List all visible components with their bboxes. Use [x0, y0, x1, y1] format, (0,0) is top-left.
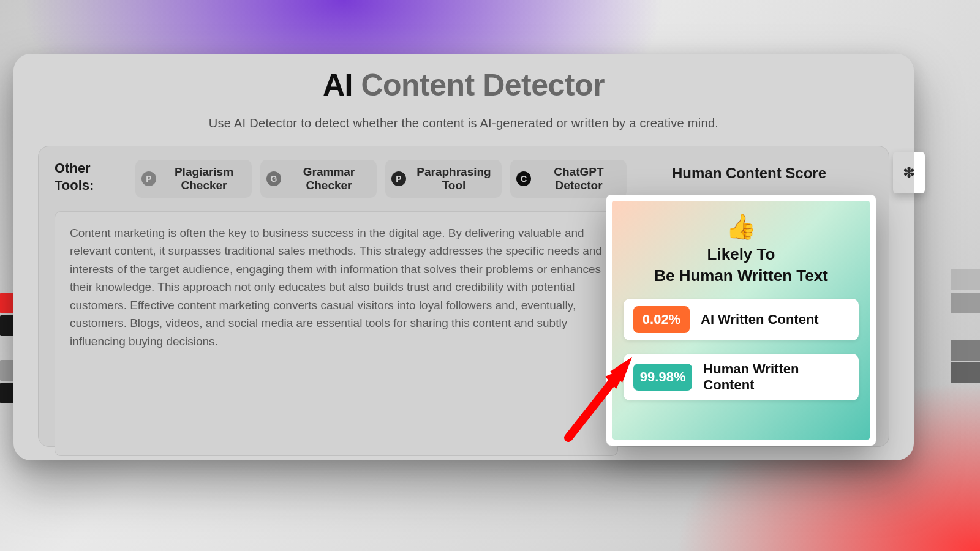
- tool-label-text: ChatGPT Detector: [537, 165, 620, 192]
- ai-score-percent: 0.02%: [633, 306, 690, 333]
- page-subtitle: Use AI Detector to detect whether the co…: [13, 116, 914, 130]
- content-input-text: Content marketing is often the key to bu…: [70, 227, 602, 348]
- human-score-row: 99.98% Human Written Content: [624, 354, 859, 400]
- bg-stripe: [951, 340, 980, 361]
- tool-label-text: Grammar Checker: [287, 165, 371, 192]
- result-card-inner: 👍 Likely To Be Human Written Text 0.02% …: [612, 201, 870, 440]
- tool-paraphrasing[interactable]: P Paraphrasing Tool: [385, 160, 502, 198]
- result-heading-line1: Likely To: [707, 245, 775, 264]
- bg-stripe: [951, 269, 980, 290]
- ai-score-row: 0.02% AI Written Content: [624, 299, 859, 340]
- content-input[interactable]: Content marketing is often the key to bu…: [55, 211, 618, 456]
- title-accent: AI: [323, 68, 353, 102]
- tool-badge-icon: P: [391, 171, 406, 186]
- bg-stripe: [951, 362, 980, 383]
- tool-badge-icon: P: [141, 171, 156, 186]
- tool-plagiarism-checker[interactable]: P Plagiarism Checker: [135, 160, 252, 198]
- tool-label-text: Plagiarism Checker: [162, 165, 246, 192]
- side-widget[interactable]: ✽: [893, 152, 925, 193]
- result-card: 👍 Likely To Be Human Written Text 0.02% …: [606, 195, 876, 446]
- bg-stripe: [951, 293, 980, 313]
- thumbs-up-icon: 👍: [726, 214, 756, 239]
- tool-chatgpt-detector[interactable]: C ChatGPT Detector: [510, 160, 627, 198]
- ai-score-label: AI Written Content: [701, 312, 819, 328]
- title-rest: Content Detector: [353, 68, 605, 102]
- tool-badge-icon: G: [266, 171, 281, 186]
- human-content-score-heading: Human Content Score: [651, 165, 847, 182]
- result-heading-line2: Be Human Written Text: [654, 266, 828, 285]
- human-score-label: Human Written Content: [703, 361, 849, 393]
- human-score-percent: 99.98%: [633, 364, 692, 391]
- tool-grammar-checker[interactable]: G Grammar Checker: [260, 160, 377, 198]
- tool-badge-icon: C: [516, 171, 531, 186]
- page-title: AI Content Detector: [13, 54, 914, 103]
- other-tools-label: Other Tools:: [55, 160, 127, 193]
- side-widget-glyph: ✽: [903, 164, 915, 181]
- tool-label-text: Paraphrasing Tool: [412, 165, 496, 192]
